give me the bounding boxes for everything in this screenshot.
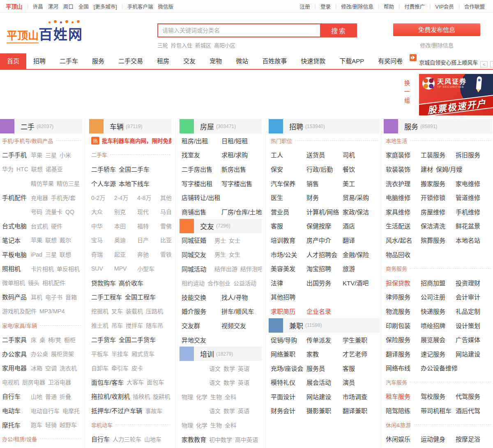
category-link[interactable]: 美工 [343, 179, 355, 188]
category-link[interactable]: 同城活动 [182, 264, 206, 273]
category-link[interactable]: 家政/保洁 [343, 207, 369, 216]
category-link[interactable]: 建材 [421, 165, 433, 173]
category-link[interactable]: 宝马 [91, 236, 103, 244]
category-link[interactable]: 陪驾陪练 [386, 406, 410, 415]
category-link[interactable]: 翻译兼职 [343, 406, 367, 415]
category-link[interactable]: 搅拌车 [126, 321, 143, 329]
nav-item[interactable]: 交友 [176, 53, 203, 69]
category-link[interactable]: 照相机 [2, 264, 21, 273]
category-link[interactable]: 卫浴电器 [48, 378, 71, 386]
category-link[interactable]: 化学 [196, 421, 207, 429]
nav-item[interactable]: 二手交易 [111, 53, 150, 69]
category-link[interactable]: 代驾服务 [456, 392, 480, 400]
category-link[interactable]: 风水/起名 [386, 236, 412, 244]
category-link[interactable]: 演员 [343, 378, 355, 386]
category-link[interactable]: 婚介服务 [182, 307, 206, 315]
category-link[interactable]: 椅/凳 [48, 335, 61, 344]
category-link[interactable]: 商铺出售 [182, 207, 206, 216]
category-link[interactable]: 市场/公关 [271, 250, 297, 259]
category-link[interactable]: 人才招聘会 [306, 250, 337, 259]
category-link[interactable]: 女士 [229, 236, 240, 244]
category-link[interactable]: 交友群 [182, 321, 200, 330]
category-link[interactable]: 高价收车 [119, 278, 143, 287]
category-link[interactable]: 台式机 [31, 222, 48, 230]
category-link[interactable]: 女生 [229, 250, 240, 258]
category-link[interactable]: 充场/座谈会 [271, 364, 303, 372]
category-link[interactable]: 公司注册 [421, 292, 445, 301]
category-link[interactable]: 保洁清洗 [421, 221, 445, 230]
nav-item[interactable]: 快速贷款 [294, 53, 332, 69]
category-title[interactable]: 房屋 [200, 121, 214, 131]
category-link[interactable]: 卡片相机 [31, 264, 54, 273]
post-ad-button[interactable]: 免费发布信息 [393, 23, 480, 36]
search-button[interactable]: 搜索 [321, 23, 357, 37]
category-link[interactable]: 营业员 [271, 207, 289, 216]
category-link[interactable]: 展柜货架 [51, 349, 74, 358]
category-link[interactable]: 电动自行车 [31, 407, 60, 415]
category-link[interactable]: 折叠 [60, 392, 71, 400]
category-link[interactable]: 精仿三星 [57, 179, 80, 187]
category-link[interactable]: 租车服务 [386, 392, 410, 400]
category-link[interactable]: 本田 [114, 222, 126, 230]
category-link[interactable]: 数学 [223, 407, 235, 415]
category-link[interactable]: 数码产品 [2, 292, 27, 301]
category-link[interactable]: 印刷包装 [386, 321, 410, 330]
category-link[interactable]: 生物 [210, 393, 222, 401]
topbar-city-link[interactable]: 周口 [63, 4, 74, 10]
category-link[interactable]: 4-8万 [137, 193, 151, 202]
category-link[interactable]: 家电维修 [456, 179, 480, 188]
category-link[interactable]: 找室友 [182, 150, 200, 159]
category-link[interactable]: 手机壳/套 [51, 193, 76, 202]
nav-item[interactable]: 租房 [150, 53, 176, 69]
category-link[interactable]: 摩托车 [2, 420, 21, 429]
category-link[interactable]: 戴尔 [60, 236, 71, 244]
category-link[interactable]: 平板电脑 [2, 250, 27, 259]
category-title[interactable]: 培训 [200, 349, 214, 359]
category-link[interactable]: 语文 [209, 364, 221, 372]
category-link[interactable]: 保健按摩 [306, 221, 331, 230]
category-link[interactable]: 游戏机及配件 [2, 307, 37, 315]
category-link[interactable]: 高中英语 [235, 435, 258, 443]
category-link[interactable]: 福特 [137, 222, 149, 230]
category-link[interactable]: 自卸车 [91, 364, 108, 372]
category-link[interactable]: 跑车 [31, 420, 42, 429]
category-link[interactable]: 面包车/客车 [91, 378, 124, 386]
category-link[interactable]: 半挂车 [111, 349, 129, 358]
category-link[interactable]: 日产 [137, 236, 149, 244]
category-link[interactable]: 客服 [271, 221, 283, 230]
category-link[interactable]: 冰箱 [31, 364, 42, 372]
category-link[interactable]: 语文 [209, 378, 221, 386]
category-link[interactable]: MPV [114, 265, 127, 272]
category-link[interactable]: 二手手机 [2, 150, 27, 159]
category-link[interactable]: 房屋维修 [421, 207, 445, 216]
category-link[interactable]: 其他招聘 [271, 292, 295, 301]
category-title[interactable]: 二手 [21, 121, 35, 131]
category-link[interactable]: 律师服务 [386, 292, 410, 301]
category-link[interactable]: 男生 [214, 250, 226, 258]
category-link[interactable]: 比亚迪 [160, 236, 171, 244]
category-link[interactable]: 家具维修 [386, 207, 410, 216]
category-link[interactable]: 服务员 [306, 364, 325, 372]
topbar-city-link[interactable]: 许昌 [33, 4, 43, 10]
category-link[interactable]: 全国工程车 [125, 292, 156, 301]
edit-delete-link[interactable]: 修改/删除信息 [393, 41, 480, 49]
category-link[interactable]: 全国二手货车 [119, 335, 156, 344]
category-link[interactable]: 投资理财 [456, 278, 480, 287]
category-link[interactable]: 电动车 [2, 406, 21, 415]
category-link[interactable]: 别克 [114, 207, 126, 216]
category-link[interactable]: 工装服务 [421, 150, 445, 159]
nav-item[interactable]: 百姓故事 [255, 53, 294, 69]
category-link[interactable]: 号码 [31, 207, 42, 216]
category-link[interactable]: 电子书 [45, 293, 62, 301]
category-link[interactable]: 平板车 [91, 349, 108, 358]
category-title[interactable]: 服务 [404, 121, 418, 131]
category-link[interactable]: 电视机 [2, 378, 19, 386]
category-link[interactable]: 餐饮 [343, 165, 355, 173]
category-link[interactable]: 挖掘机 [91, 307, 108, 315]
category-link[interactable]: 镜头 [28, 278, 39, 287]
category-link[interactable]: 金融/保险 [343, 250, 369, 259]
category-link[interactable]: 轻骑 [45, 420, 57, 429]
category-link[interactable]: 华为 [2, 165, 14, 173]
category-link[interactable]: 数学 [223, 378, 235, 386]
swap-ads-button[interactable]: 换一组 [403, 80, 411, 106]
